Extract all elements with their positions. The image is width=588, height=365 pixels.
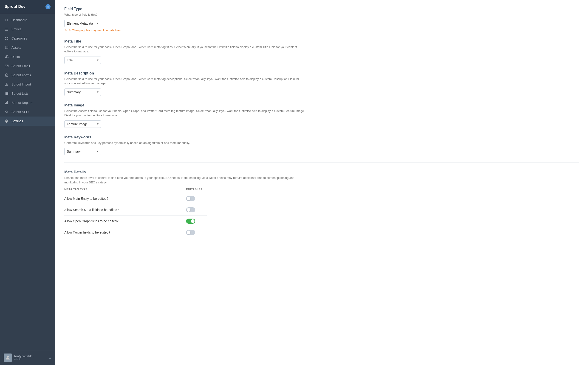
meta-image-title: Meta Image bbox=[64, 103, 579, 107]
toggle-search-meta[interactable] bbox=[186, 207, 195, 212]
warning-icon: ⚠ bbox=[64, 28, 67, 32]
sidebar-label-sprout-lists: Sprout Lists bbox=[12, 92, 28, 95]
seo-icon bbox=[5, 110, 9, 114]
svg-rect-17 bbox=[5, 94, 6, 95]
svg-point-1 bbox=[7, 19, 8, 20]
chevron-up-icon[interactable]: ▲ bbox=[49, 356, 51, 359]
sidebar-item-users[interactable]: Users bbox=[0, 52, 55, 61]
user-info: ben@barrelstr... admin bbox=[14, 355, 34, 361]
svg-point-2 bbox=[5, 21, 6, 21]
toggle-open-graph[interactable] bbox=[186, 218, 195, 224]
meta-description-title: Meta Description bbox=[64, 71, 579, 75]
categories-icon bbox=[5, 36, 9, 41]
svg-rect-14 bbox=[6, 92, 8, 93]
field-type-select[interactable]: Element Metadata Plain Text Custom bbox=[64, 20, 101, 27]
svg-point-3 bbox=[7, 21, 8, 21]
sidebar-label-entries: Entries bbox=[12, 27, 22, 31]
sidebar-footer: ben@barrelstr... admin ▲ bbox=[0, 350, 55, 365]
meta-details-table: Meta Tag Type Editable? Allow Main Entit… bbox=[64, 188, 207, 238]
meta-details-row-1: Allow Search Meta fields to be edited? bbox=[64, 204, 207, 216]
sidebar-item-entries[interactable]: Entries bbox=[0, 25, 55, 34]
col-header-label: Meta Tag Type bbox=[64, 188, 186, 191]
sidebar-label-sprout-forms: Sprout Forms bbox=[12, 73, 31, 77]
entries-icon bbox=[5, 27, 9, 31]
field-type-section: Field Type What type of field is this? E… bbox=[64, 7, 579, 32]
reports-icon bbox=[5, 101, 9, 105]
sidebar-header: Sprout Dev 8 bbox=[0, 0, 55, 14]
sidebar-item-sprout-import[interactable]: Sprout Import bbox=[0, 80, 55, 89]
field-type-desc: What type of field is this? bbox=[64, 12, 306, 17]
sidebar-item-sprout-email[interactable]: Sprout Email bbox=[0, 61, 55, 70]
sidebar-item-sprout-seo[interactable]: Sprout SEO bbox=[0, 107, 55, 117]
sidebar-nav: Dashboard Entries Categories Assets bbox=[0, 14, 55, 350]
svg-rect-10 bbox=[7, 39, 8, 40]
meta-details-row-3-toggle-cell bbox=[186, 230, 207, 235]
svg-rect-21 bbox=[7, 101, 8, 104]
main-content: Field Type What type of field is this? E… bbox=[55, 0, 588, 365]
sidebar-label-settings: Settings bbox=[12, 119, 23, 123]
meta-details-desc: Enable one more level of control to fine… bbox=[64, 175, 306, 185]
meta-keywords-section: Meta Keywords Generate keywords and key … bbox=[64, 135, 579, 155]
toggle-main-entity[interactable] bbox=[186, 196, 195, 201]
svg-rect-7 bbox=[5, 37, 7, 38]
meta-description-select[interactable]: Summary Manually Title bbox=[64, 89, 101, 96]
sidebar-label-sprout-reports: Sprout Reports bbox=[12, 101, 33, 105]
sidebar-label-users: Users bbox=[12, 55, 20, 59]
meta-title-select[interactable]: Title Manually Summary bbox=[64, 56, 101, 64]
meta-image-section: Meta Image Select the Assets field to us… bbox=[64, 103, 579, 128]
col-header-editable: Editable? bbox=[186, 188, 207, 191]
import-icon bbox=[5, 82, 9, 86]
section-divider bbox=[64, 162, 579, 163]
sidebar-item-assets[interactable]: Assets bbox=[0, 43, 55, 52]
svg-rect-5 bbox=[5, 29, 8, 29]
svg-rect-18 bbox=[6, 94, 8, 95]
meta-details-row-3: Allow Twitter fields to be edited? bbox=[64, 227, 207, 238]
toggle-open-graph-slider bbox=[186, 218, 195, 224]
meta-image-desc: Select the Assets field to use for your … bbox=[64, 109, 306, 118]
assets-icon bbox=[5, 46, 9, 50]
meta-keywords-select[interactable]: Summary Manually bbox=[64, 148, 101, 155]
svg-rect-6 bbox=[5, 30, 8, 31]
user-email: ben@barrelstr... bbox=[14, 355, 34, 358]
field-type-title: Field Type bbox=[64, 7, 579, 11]
meta-details-row-1-label: Allow Search Meta fields to be edited? bbox=[64, 208, 186, 212]
dashboard-icon bbox=[5, 18, 9, 22]
sidebar-item-settings[interactable]: Settings bbox=[0, 117, 55, 126]
sidebar-label-assets: Assets bbox=[12, 46, 21, 49]
sidebar: Sprout Dev 8 Dashboard Entries Categorie… bbox=[0, 0, 55, 365]
avatar bbox=[4, 353, 12, 362]
svg-point-12 bbox=[7, 55, 8, 56]
svg-point-11 bbox=[6, 55, 7, 57]
svg-rect-4 bbox=[5, 28, 8, 28]
meta-details-row-0-toggle-cell bbox=[186, 196, 207, 201]
settings-icon bbox=[5, 119, 9, 123]
meta-details-title: Meta Details bbox=[64, 170, 579, 174]
sidebar-item-dashboard[interactable]: Dashboard bbox=[0, 15, 55, 25]
svg-rect-8 bbox=[7, 37, 8, 38]
meta-details-row-3-label: Allow Twitter fields to be edited? bbox=[64, 231, 186, 234]
toggle-twitter[interactable] bbox=[186, 230, 195, 235]
meta-image-select[interactable]: Feature Image Manually bbox=[64, 120, 101, 128]
meta-details-section: Meta Details Enable one more level of co… bbox=[64, 170, 579, 238]
sidebar-label-dashboard: Dashboard bbox=[12, 18, 27, 22]
meta-details-row-1-toggle-cell bbox=[186, 207, 207, 212]
sidebar-label-categories: Categories bbox=[12, 36, 27, 40]
sidebar-item-categories[interactable]: Categories bbox=[0, 34, 55, 43]
meta-title-section: Meta Title Select the field to use for y… bbox=[64, 39, 579, 64]
meta-details-row-2-label: Allow Open Graph fields to be edited? bbox=[64, 219, 186, 223]
svg-point-23 bbox=[7, 356, 9, 358]
meta-description-desc: Select the field to use for your basic, … bbox=[64, 77, 306, 86]
svg-point-0 bbox=[5, 19, 6, 20]
sidebar-item-sprout-forms[interactable]: Sprout Forms bbox=[0, 70, 55, 80]
sidebar-label-sprout-seo: Sprout SEO bbox=[12, 110, 29, 114]
svg-rect-16 bbox=[6, 93, 8, 94]
meta-details-row-0: Allow Main Entity to be edited? bbox=[64, 193, 207, 204]
users-icon bbox=[5, 55, 9, 59]
forms-icon bbox=[5, 73, 9, 77]
meta-keywords-desc: Generate keywords and key phrases dynami… bbox=[64, 141, 306, 145]
meta-details-row-2-toggle-cell bbox=[186, 218, 207, 224]
sidebar-item-sprout-reports[interactable]: Sprout Reports bbox=[0, 98, 55, 107]
toggle-search-meta-slider bbox=[186, 207, 195, 212]
meta-details-row-2: Allow Open Graph fields to be edited? bbox=[64, 216, 207, 227]
sidebar-item-sprout-lists[interactable]: Sprout Lists bbox=[0, 89, 55, 98]
